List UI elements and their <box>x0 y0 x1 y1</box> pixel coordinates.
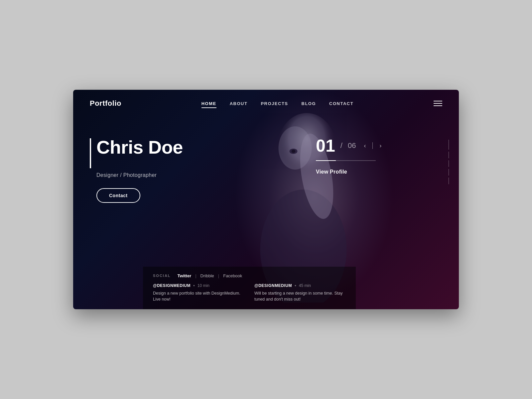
social-tab-twitter[interactable]: Twitter <box>178 273 192 278</box>
nav-item-home[interactable]: HOME <box>201 100 216 106</box>
hero-name-block: Chris Doe <box>90 137 223 168</box>
social-header: SOCIAL Twitter | Dribble | Facebook <box>153 273 346 278</box>
nav-link-home[interactable]: HOME <box>201 101 216 108</box>
nav-item-blog[interactable]: BLOG <box>302 100 316 106</box>
social-tab-sep-2: | <box>218 273 219 278</box>
tweet-2: @DESIGNMEDIUM • 45 min Will be starting … <box>254 283 346 303</box>
tweet-2-handle: @DESIGNMEDIUM <box>254 283 292 288</box>
nav-link-about[interactable]: ABOUT <box>230 101 248 106</box>
nav-item-about[interactable]: ABOUT <box>230 100 248 106</box>
bottom-bar: SOCIAL Twitter | Dribble | Facebook @DES… <box>73 267 459 310</box>
tweet-1: @DESIGNMEDIUM • 10 min Design a new port… <box>153 283 244 303</box>
nav-link-contact[interactable]: CONTACT <box>329 101 353 106</box>
tweets-row: @DESIGNMEDIUM • 10 min Design a new port… <box>153 283 346 303</box>
hero-right-panel: 01 / 06 ‹ › View Profile <box>223 130 442 175</box>
tweet-1-handle: @DESIGNMEDIUM <box>153 283 191 288</box>
vl-seg-1 <box>449 140 449 150</box>
vl-seg-2 <box>449 152 449 158</box>
portfolio-site: Portfolio HOME ABOUT PROJECTS BLOG CONTA… <box>73 90 459 309</box>
hero-subtitle: Designer / Photographer <box>96 172 223 178</box>
tweet-2-dot: • <box>295 283 296 288</box>
tweet-1-time: 10 min <box>198 283 209 288</box>
hamburger-line-2 <box>434 103 442 104</box>
hamburger-line-3 <box>434 105 442 106</box>
social-tab-dribbble[interactable]: Dribble <box>200 273 214 278</box>
hero-left-panel: Chris Doe Designer / Photographer Contac… <box>90 130 223 203</box>
view-profile-link[interactable]: View Profile <box>316 169 347 175</box>
main-content: Chris Doe Designer / Photographer Contac… <box>73 117 459 267</box>
nav-item-projects[interactable]: PROJECTS <box>261 100 288 106</box>
slide-progress-fill <box>316 160 336 161</box>
slide-total: 06 <box>348 141 356 150</box>
social-tab-facebook[interactable]: Facebook <box>223 273 242 278</box>
slide-next-button[interactable]: › <box>377 141 384 151</box>
hamburger-menu[interactable] <box>434 101 442 106</box>
vl-seg-5 <box>449 178 449 184</box>
slide-navigation: ‹ › <box>361 141 384 151</box>
nav-logo: Portfolio <box>90 99 121 108</box>
slide-divider: / <box>340 141 342 150</box>
nav-link-blog[interactable]: BLOG <box>302 101 316 106</box>
slide-prev-button[interactable]: ‹ <box>361 141 368 151</box>
social-tabs: Twitter | Dribble | Facebook <box>178 273 242 278</box>
tweet-1-dot: • <box>193 283 195 288</box>
social-section: SOCIAL Twitter | Dribble | Facebook @DES… <box>143 267 356 310</box>
browser-frame: Portfolio HOME ABOUT PROJECTS BLOG CONTA… <box>73 90 459 309</box>
nav-link-projects[interactable]: PROJECTS <box>261 101 288 106</box>
navbar: Portfolio HOME ABOUT PROJECTS BLOG CONTA… <box>73 90 459 117</box>
tweet-2-time: 45 min <box>299 283 311 288</box>
tweet-1-text: Design a new portfolio site with DesignM… <box>153 290 244 303</box>
tweet-1-header: @DESIGNMEDIUM • 10 min <box>153 283 244 288</box>
slide-progress-bar <box>316 160 376 161</box>
slide-current: 01 <box>316 137 335 154</box>
hero-name-bar <box>90 138 91 168</box>
vl-seg-3 <box>449 160 449 167</box>
social-label: SOCIAL <box>153 274 171 278</box>
hamburger-line-1 <box>434 101 442 101</box>
nav-links: HOME ABOUT PROJECTS BLOG CONTACT <box>201 100 353 106</box>
right-vertical-decoration <box>449 140 449 246</box>
tweet-2-header: @DESIGNMEDIUM • 45 min <box>254 283 346 288</box>
tweet-2-text: Will be starting a new design in some ti… <box>254 290 346 303</box>
slide-nav-line <box>372 142 373 149</box>
nav-item-contact[interactable]: CONTACT <box>329 100 353 106</box>
contact-button[interactable]: Contact <box>96 188 140 203</box>
vl-seg-4 <box>449 169 449 176</box>
social-tab-sep-1: | <box>195 273 196 278</box>
slide-counter: 01 / 06 ‹ › <box>316 137 384 154</box>
hero-name: Chris Doe <box>96 137 183 158</box>
